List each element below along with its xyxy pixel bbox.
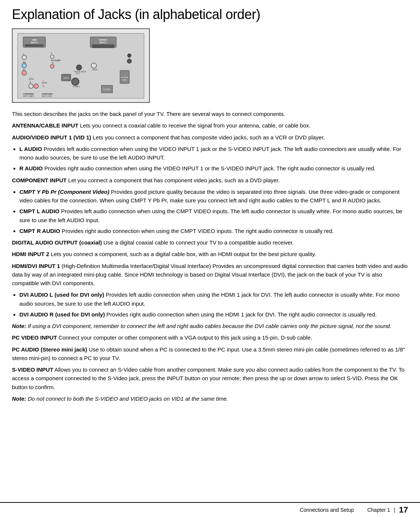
svg-point-25 — [91, 63, 97, 68]
footer-chapter-label: Chapter 1 — [367, 507, 390, 513]
svg-text:R: R — [52, 62, 54, 64]
svg-text:R: R — [30, 82, 31, 84]
svideo-text: Allows you to connect an S-Video cable f… — [12, 366, 404, 390]
pc-audio-section: PC AUDIO (Stereo mini jack) Use to obtai… — [12, 345, 408, 363]
svg-rect-8 — [92, 44, 114, 48]
svg-point-16 — [50, 55, 54, 59]
pc-video-text: Connect your computer or other component… — [57, 334, 312, 341]
pc-video-label: PC VIDEO INPUT — [12, 334, 57, 341]
svg-text:DVI AUDIO: DVI AUDIO — [51, 59, 61, 62]
digital-audio-label: DIGITAL AUDIO OUTPUT (coaxial) — [12, 239, 102, 246]
list-item: R AUDIO Provides right audio connection … — [19, 164, 408, 173]
svg-point-22 — [76, 65, 82, 70]
pc-video-section: PC VIDEO INPUT Connect your computer or … — [12, 333, 408, 342]
svg-text:L: L — [51, 52, 52, 54]
svg-text:INPUT (VID1): INPUT (VID1) — [42, 95, 52, 97]
footer-bar-separator: | — [394, 507, 395, 513]
svideo-note-label: Note: — [12, 395, 26, 402]
content-area: This section describes the jacks on the … — [12, 110, 408, 403]
svg-text:S-VIDEO: S-VIDEO — [73, 86, 80, 88]
list-item: CMPT Y Pb Pr (Component Video) Provides … — [19, 187, 408, 205]
svideo-section: S-VIDEO INPUT Allows you to connect an S… — [12, 365, 408, 391]
hdmi-dvi-section: HDMI/DVI INPUT 1 (High-Definition Multim… — [12, 262, 408, 288]
svg-point-48 — [127, 59, 132, 63]
svg-text:INPUT 1: INPUT 1 — [100, 41, 107, 44]
l-audio-label: L AUDIO — [19, 146, 42, 152]
hdmi-dvi-label: HDMI/DVI INPUT 1 — [12, 263, 60, 269]
cmpt-l-audio-text: Provides left audio connection when usin… — [19, 208, 402, 223]
svg-text:VIDEO: VIDEO — [63, 77, 69, 79]
svg-text:Pr: Pr — [23, 69, 25, 71]
hdmi2-text: Lets you connect a component, such as a … — [49, 251, 316, 257]
svg-point-27 — [72, 78, 79, 85]
hdmi-dvi-text: (High-Definition Multimedia Interface/Di… — [12, 263, 408, 287]
component-bullets: CMPT Y Pb Pr (Component Video) Provides … — [19, 187, 408, 235]
cmpt-l-audio-label: CMPT L AUDIO — [19, 208, 60, 214]
list-item: DVI AUDIO L (used for DVI only) Provides… — [19, 290, 408, 308]
svg-text:Pb: Pb — [23, 61, 25, 63]
component-label: COMPONENT INPUT — [12, 177, 67, 183]
svg-text:HDMI: HDMI — [32, 39, 37, 41]
svg-point-49 — [127, 54, 131, 57]
audio-video-label: AUDIO/VIDEO INPUT 1 (VID 1) — [12, 134, 91, 141]
svg-point-19 — [50, 64, 54, 68]
pc-audio-label: PC AUDIO (Stereo mini jack) — [12, 346, 87, 353]
audio-video-section: AUDIO/VIDEO INPUT 1 (VID 1) Lets you con… — [12, 133, 408, 142]
list-item: L AUDIO Provides left audio connection w… — [19, 145, 408, 162]
dvi-audio-r-label: DVI AUDIO R (used for DVI only) — [19, 311, 105, 318]
svg-point-34 — [34, 84, 38, 88]
hdmi2-section: HDMI INPUT 2 Lets you connect a componen… — [12, 250, 408, 258]
svg-text:AUDIO/VIDEO: AUDIO/VIDEO — [42, 93, 53, 95]
audio-video-text: Lets you connect a component that has co… — [91, 134, 325, 141]
svideo-note-text: Do not connect to both the S-VIDEO and V… — [26, 395, 228, 402]
footer-page-number: 17 — [399, 505, 408, 515]
svg-text:PC INPUT: PC INPUT — [103, 89, 111, 91]
svg-text:AUDIO: AUDIO — [92, 69, 98, 71]
dvi-audio-r-text: Provides right audio connection when usi… — [105, 311, 376, 318]
digital-audio-text: Use a digital coaxial cable to connect y… — [102, 239, 294, 246]
svg-text:HDMI/DVI: HDMI/DVI — [99, 39, 108, 41]
antenna-text: Lets you connect a coaxial cable to rece… — [78, 122, 310, 129]
svg-rect-4 — [25, 44, 44, 47]
back-panel-diagram: HDMI INPUT 2 HDMI/DVI INPUT 1 Y Pb Pr L … — [12, 28, 150, 103]
svideo-note: Note: Do not connect to both the S-VIDEO… — [12, 394, 408, 403]
footer-separator — [358, 507, 364, 513]
list-item: CMPT L AUDIO Provides left audio connect… — [19, 207, 408, 224]
dvi-audio-l-label: DVI AUDIO L (used for DVI only) — [19, 291, 104, 298]
svg-point-14 — [22, 71, 26, 75]
cmpt-r-audio-label: CMPT R AUDIO — [19, 228, 60, 234]
digital-audio-section: DIGITAL AUDIO OUTPUT (coaxial) Use a dig… — [12, 238, 408, 247]
svg-point-12 — [22, 63, 26, 68]
svg-text:R: R — [43, 85, 44, 88]
r-audio-label: R AUDIO — [19, 165, 43, 171]
intro-text: This section describes the jacks on the … — [12, 110, 408, 118]
svg-point-33 — [29, 84, 33, 88]
dvi-note-text: If using a DVI component, remember to co… — [26, 323, 391, 329]
footer: Connections and Setup Chapter 1 | 17 — [0, 502, 420, 517]
component-text: Let you connect a component that has com… — [67, 177, 280, 183]
hdmi-dvi-bullets: DVI AUDIO L (used for DVI only) Provides… — [19, 290, 408, 319]
list-item: CMPT R AUDIO Provides right audio connec… — [19, 227, 408, 235]
page-title: Explanation of Jacks (in alphabetical or… — [12, 7, 408, 22]
svg-text:COMPONENT: COMPONENT — [23, 93, 34, 95]
svg-text:INPUT (CMPT): INPUT (CMPT) — [23, 95, 35, 97]
svg-text:/CABLE: /CABLE — [122, 79, 127, 81]
svg-text:ANTENNA: ANTENNA — [121, 76, 128, 78]
svg-text:OUT: OUT — [76, 73, 80, 75]
cmpt-r-audio-text: Provides right audio connection when usi… — [60, 228, 334, 234]
antenna-section: ANTENNA/CABLE INPUT Lets you connect a c… — [12, 121, 408, 130]
antenna-label: ANTENNA/CABLE INPUT — [12, 122, 78, 129]
component-section: COMPONENT INPUT Let you connect a compon… — [12, 176, 408, 185]
svideo-label: S-VIDEO INPUT — [12, 366, 53, 373]
audio-video-bullets: L AUDIO Provides left audio connection w… — [19, 145, 408, 173]
r-audio-text: Provides right audio connection when usi… — [43, 165, 376, 171]
footer-section-label: Connections and Setup — [300, 507, 354, 513]
hdmi2-label: HDMI INPUT 2 — [12, 251, 49, 257]
l-audio-text: Provides left audio connection when usin… — [19, 146, 401, 161]
dvi-note: Note: If using a DVI component, remember… — [12, 322, 408, 330]
dvi-note-label: Note: — [12, 323, 26, 329]
list-item: DVI AUDIO R (used for DVI only) Provides… — [19, 310, 408, 319]
svg-point-10 — [22, 55, 26, 60]
svg-text:INPUT 2: INPUT 2 — [31, 41, 38, 44]
cmpt-ypbpr-label: CMPT Y Pb Pr (Component Video) — [19, 189, 109, 195]
